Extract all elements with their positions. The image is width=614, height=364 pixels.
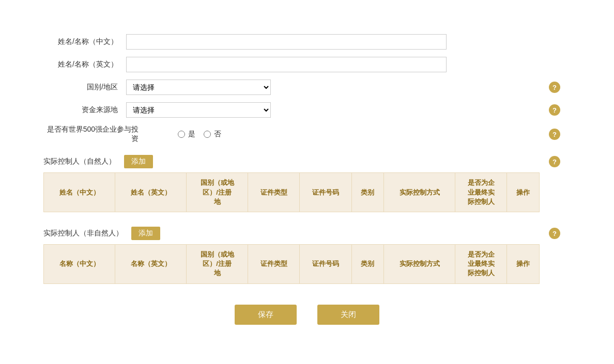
- country-select[interactable]: 请选择: [126, 80, 271, 95]
- natural-person-header: 实际控制人（自然人） 添加 ?: [43, 151, 540, 172]
- fund-source-select[interactable]: 请选择: [126, 102, 271, 118]
- name-en-input[interactable]: [126, 57, 447, 72]
- non-natural-person-col-9: 操作: [507, 245, 540, 284]
- bottom-buttons: 保存 关闭: [43, 305, 571, 325]
- fortune500-yes-label: 是: [188, 130, 195, 139]
- save-button[interactable]: 保存: [235, 305, 297, 325]
- natural-person-col-3: 国别（或地区）/注册地: [187, 173, 248, 212]
- non-natural-person-col-5: 证件号码: [300, 245, 351, 284]
- natural-person-col-7: 实际控制方式: [384, 173, 455, 212]
- fund-source-row: 资金来源地 请选择 ?: [43, 102, 540, 118]
- fortune500-no-radio[interactable]: [204, 131, 211, 138]
- name-cn-row: 姓名/名称（中文）: [43, 34, 540, 50]
- natural-person-table-head: 姓名（中文） 姓名（英文） 国别（或地区）/注册地 证件类型 证件号码 类别 实…: [44, 173, 540, 212]
- page-container: 姓名/名称（中文） 姓名/名称（英文） 国别/地区 请选择 ? 资金来源地 请选…: [23, 24, 591, 340]
- fortune500-label: 是否有世界500强企业参与投资: [43, 125, 147, 144]
- natural-person-col-9: 操作: [507, 173, 540, 212]
- non-natural-person-table-head: 名称（中文） 名称（英文） 国别（或地区）/注册地 证件类型 证件号码 类别 实…: [44, 245, 540, 284]
- non-natural-person-col-2: 名称（英文）: [115, 245, 187, 284]
- name-en-label: 姓名/名称（英文）: [43, 60, 126, 69]
- natural-person-col-5: 证件号码: [300, 173, 351, 212]
- natural-person-help-icon[interactable]: ?: [549, 156, 560, 167]
- natural-person-col-8: 是否为企业最终实际控制人: [455, 173, 507, 212]
- fortune500-radio-group: 是 否: [178, 130, 221, 139]
- fortune500-help-icon[interactable]: ?: [549, 129, 560, 140]
- natural-person-section: 实际控制人（自然人） 添加 ? 姓名（中文） 姓名（英文） 国别（或地区）/注册…: [43, 151, 571, 212]
- name-en-row: 姓名/名称（英文）: [43, 57, 540, 72]
- country-help-icon[interactable]: ?: [549, 82, 560, 93]
- non-natural-person-title: 实际控制人（非自然人）: [43, 229, 123, 238]
- non-natural-person-add-button[interactable]: 添加: [131, 227, 160, 240]
- non-natural-person-col-4: 证件类型: [248, 245, 300, 284]
- natural-person-header-row: 姓名（中文） 姓名（英文） 国别（或地区）/注册地 证件类型 证件号码 类别 实…: [44, 173, 540, 212]
- non-natural-person-section: 实际控制人（非自然人） 添加 ? 名称（中文） 名称（英文） 国别（或地区）/注…: [43, 223, 571, 284]
- non-natural-person-table: 名称（中文） 名称（英文） 国别（或地区）/注册地 证件类型 证件号码 类别 实…: [43, 244, 540, 284]
- natural-person-title: 实际控制人（自然人）: [43, 157, 116, 166]
- natural-person-col-6: 类别: [351, 173, 383, 212]
- non-natural-person-col-3: 国别（或地区）/注册地: [187, 245, 248, 284]
- non-natural-person-help-icon[interactable]: ?: [549, 228, 560, 239]
- natural-person-col-2: 姓名（英文）: [115, 173, 187, 212]
- non-natural-person-col-1: 名称（中文）: [44, 245, 115, 284]
- country-label: 国别/地区: [43, 83, 126, 92]
- natural-person-add-button[interactable]: 添加: [124, 155, 153, 168]
- non-natural-person-header: 实际控制人（非自然人） 添加 ?: [43, 223, 540, 244]
- name-cn-label: 姓名/名称（中文）: [43, 37, 126, 46]
- non-natural-person-col-6: 类别: [351, 245, 383, 284]
- name-cn-input[interactable]: [126, 34, 447, 50]
- natural-person-table: 姓名（中文） 姓名（英文） 国别（或地区）/注册地 证件类型 证件号码 类别 实…: [43, 172, 540, 212]
- non-natural-person-col-7: 实际控制方式: [384, 245, 455, 284]
- country-row: 国别/地区 请选择 ?: [43, 80, 540, 95]
- natural-person-col-4: 证件类型: [248, 173, 300, 212]
- natural-person-col-1: 姓名（中文）: [44, 173, 115, 212]
- close-button[interactable]: 关闭: [317, 305, 379, 325]
- fortune500-no-label: 否: [214, 130, 221, 139]
- fund-source-help-icon[interactable]: ?: [549, 104, 560, 116]
- fortune500-no-option[interactable]: 否: [204, 130, 221, 139]
- form-section: 姓名/名称（中文） 姓名/名称（英文） 国别/地区 请选择 ? 资金来源地 请选…: [43, 34, 571, 144]
- non-natural-person-col-8: 是否为企业最终实际控制人: [455, 245, 507, 284]
- fortune500-yes-option[interactable]: 是: [178, 130, 195, 139]
- fund-source-label: 资金来源地: [43, 105, 126, 115]
- non-natural-person-header-row: 名称（中文） 名称（英文） 国别（或地区）/注册地 证件类型 证件号码 类别 实…: [44, 245, 540, 284]
- fortune500-row: 是否有世界500强企业参与投资 是 否 ?: [43, 125, 540, 144]
- fortune500-yes-radio[interactable]: [178, 131, 185, 138]
